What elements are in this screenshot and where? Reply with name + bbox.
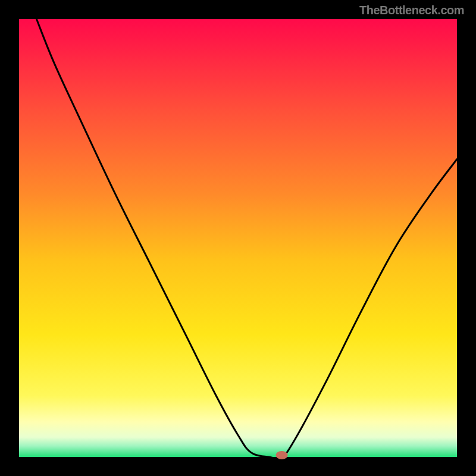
chart-container: TheBottleneck.com (0, 0, 476, 476)
watermark-text: TheBottleneck.com (359, 4, 464, 17)
plot-area (19, 19, 457, 457)
bottleneck-chart (0, 0, 476, 476)
marker-dot (276, 451, 288, 459)
